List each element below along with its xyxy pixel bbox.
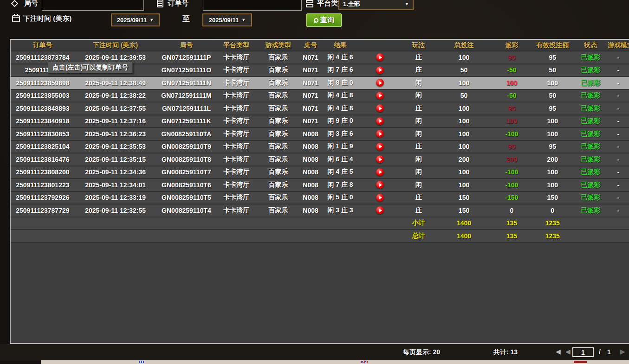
table-row[interactable]: 250911123855003 2025-09-11 12:38:22 GN07… — [11, 90, 629, 103]
play-icon[interactable] — [376, 92, 384, 100]
bet-time-label: 下注时间 (美东) — [23, 14, 71, 23]
cell-order-no[interactable]: 250911123840918 — [11, 115, 75, 128]
cell-order-no[interactable]: 250911123830853 — [11, 128, 75, 140]
table-row[interactable]: 250911123848893 2025-09-11 12:37:55 GN07… — [11, 102, 629, 115]
column-header-replay — [359, 40, 401, 51]
table-row[interactable]: 250911123787729 2025-09-11 12:32:55 GN00… — [11, 204, 629, 217]
cell-result: 闲 9 庄 0 — [321, 115, 359, 128]
game-no-input[interactable] — [42, 0, 144, 11]
cell-status: 已派彩 — [573, 90, 608, 102]
date-from-select[interactable]: 2025/09/11 ▼ — [111, 13, 160, 26]
table-header-row: 订单号 下注时间 (美东) 局号 平台类型 游戏类型 桌号 结果 玩法 总投注 … — [11, 40, 629, 51]
cell-status: 已派彩 — [573, 204, 608, 217]
cell-total-bet: 100 — [436, 115, 492, 128]
cell-game-no: GN0712591111O — [156, 64, 217, 77]
column-header-total-bet[interactable]: 总投注 — [436, 40, 492, 51]
cell-game-no: GN008259110T9 — [156, 141, 217, 153]
play-icon[interactable] — [376, 53, 384, 61]
cell-platform: 卡卡湾厅 — [216, 179, 256, 191]
cell-game-no: GN008259110T6 — [156, 179, 217, 191]
column-header-play[interactable]: 玩法 — [401, 40, 436, 51]
cell-order-no[interactable]: 250911123808200 — [11, 166, 75, 179]
cell-platform: 卡卡湾厅 — [216, 192, 256, 204]
cell-replay — [359, 77, 401, 89]
cell-table-no: N071 — [300, 64, 321, 77]
column-header-order-no[interactable]: 订单号 — [11, 40, 75, 51]
cell-payout: 200 — [492, 153, 532, 166]
column-header-table-no[interactable]: 桌号 — [300, 40, 321, 51]
cell-result: 闲 3 庄 3 — [321, 204, 359, 217]
play-icon[interactable] — [376, 181, 384, 189]
table-row[interactable]: 250911123840918 2025-09-11 12:37:16 GN07… — [11, 115, 629, 128]
play-icon[interactable] — [376, 66, 384, 74]
play-icon[interactable] — [376, 79, 384, 87]
date-from-value: 2025/09/11 — [117, 17, 147, 24]
cell-play-method: 闲 — [401, 128, 436, 140]
column-header-payout[interactable]: 派彩 — [492, 40, 532, 51]
cell-platform: 卡卡湾厅 — [216, 204, 256, 217]
prev-page-icon[interactable]: ◀ — [565, 348, 571, 355]
column-header-game-mode[interactable]: 游戏模式 — [608, 40, 629, 51]
cell-table-no: N071 — [300, 51, 321, 64]
cell-platform: 卡卡湾厅 — [216, 77, 256, 89]
play-icon[interactable] — [376, 117, 384, 125]
play-icon[interactable] — [376, 194, 384, 202]
column-header-status[interactable]: 状态 — [573, 40, 608, 51]
play-icon[interactable] — [376, 104, 384, 112]
cell-table-no: N008 — [300, 204, 321, 217]
cell-game-type: 百家乐 — [256, 153, 300, 166]
table-row[interactable]: 250911123825104 2025-09-11 12:35:53 GN00… — [11, 141, 629, 154]
page-number-input[interactable]: 1 — [572, 347, 594, 357]
cell-valid-bet: 200 — [532, 153, 573, 166]
play-icon[interactable] — [376, 143, 384, 151]
cell-play-method: 闲 — [401, 153, 436, 166]
cell-replay — [359, 153, 401, 166]
column-header-game-type[interactable]: 游戏类型 — [256, 40, 300, 51]
column-header-game-no[interactable]: 局号 — [156, 40, 217, 51]
cell-game-no: GN0712591111N — [156, 77, 217, 89]
column-header-platform[interactable]: 平台类型 — [216, 40, 256, 51]
cell-order-no[interactable]: 250911123825104 — [11, 141, 75, 153]
column-header-result[interactable]: 结果 — [321, 40, 359, 51]
cell-game-no: GN0712591111P — [156, 51, 217, 64]
table-row[interactable]: 250911123792926 2025-09-11 12:33:19 GN00… — [11, 192, 629, 205]
play-icon[interactable] — [376, 206, 384, 214]
play-icon[interactable] — [376, 130, 384, 138]
cell-order-no[interactable]: 250911123792926 — [11, 192, 75, 204]
cell-order-no[interactable]: 250911123787729 — [11, 204, 75, 217]
table-row[interactable]: 250911123801223 2025-09-11 12:34:01 GN00… — [11, 179, 629, 192]
column-header-valid-bet[interactable]: 有效投注额 — [532, 40, 573, 51]
cell-replay — [359, 204, 401, 217]
cell-result: 闲 6 庄 4 — [321, 153, 359, 166]
platform-type-select[interactable]: 1.全部 ▼ — [338, 0, 414, 10]
order-no-input[interactable] — [203, 0, 302, 11]
column-header-bet-time[interactable]: 下注时间 (美东) — [75, 40, 156, 51]
play-icon[interactable] — [376, 168, 384, 176]
page-total: 1 — [607, 348, 611, 356]
table-row[interactable]: 250911123830853 2025-09-11 12:36:23 GN00… — [11, 128, 629, 141]
table-body: 250911123873784 2025-09-11 12:39:53 GN07… — [11, 51, 629, 217]
background-window-detail — [574, 361, 587, 363]
table-row[interactable]: 250911123859898 2025-09-11 12:38:49 GN07… — [11, 77, 629, 90]
query-button[interactable]: 查询 — [306, 13, 342, 27]
first-page-icon[interactable]: ◀ — [556, 348, 561, 355]
cell-valid-bet: 100 — [532, 179, 573, 191]
play-icon[interactable] — [376, 155, 384, 163]
cell-order-no[interactable]: 250911123816476 — [11, 153, 75, 166]
cell-game-type: 百家乐 — [256, 166, 300, 179]
cell-game-no: GN008259110T8 — [156, 153, 217, 166]
cell-valid-bet: 50 — [532, 90, 573, 102]
cell-payout: 95 — [492, 102, 532, 115]
cell-replay — [359, 90, 401, 102]
table-row[interactable]: 250911123816476 2025-09-11 12:35:15 GN00… — [11, 153, 629, 166]
date-to-select[interactable]: 2025/09/11 ▼ — [202, 13, 252, 26]
total-payout: 135 — [492, 230, 532, 242]
date-to-value: 2025/09/11 — [209, 17, 239, 24]
cell-order-no[interactable]: 250911123855003 — [11, 90, 75, 102]
cell-order-no[interactable]: 250911123848893 — [11, 102, 75, 115]
cell-order-no[interactable]: 250911123859898 — [11, 77, 75, 89]
table-row[interactable]: 250911123808200 2025-09-11 12:34:36 GN00… — [11, 166, 629, 179]
cell-bet-time: 2025-09-11 12:32:55 — [75, 204, 156, 217]
next-page-icon[interactable]: ▶ — [620, 348, 625, 355]
cell-order-no[interactable]: 250911123801223 — [11, 179, 75, 191]
